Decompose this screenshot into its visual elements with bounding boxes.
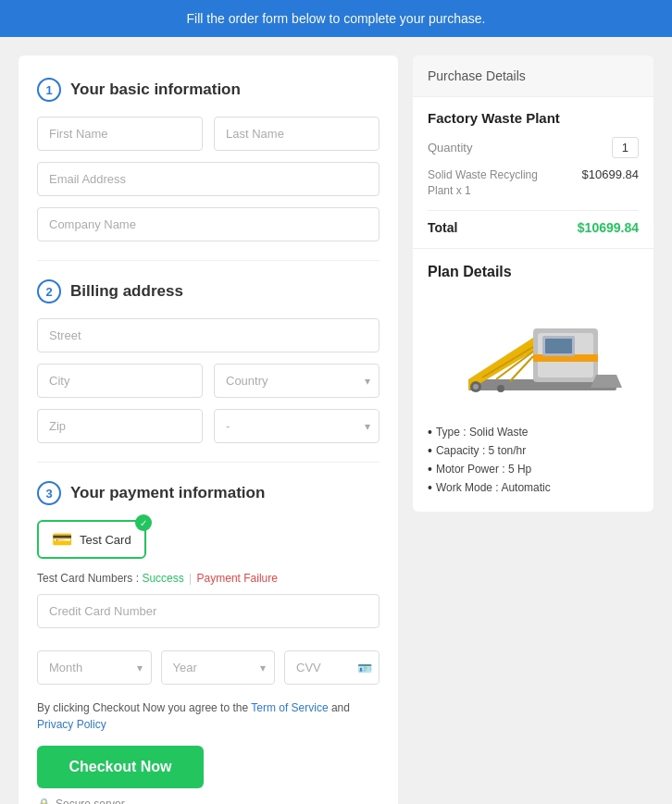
- section3-title: Your payment information: [70, 484, 265, 502]
- zip-state-row: -: [37, 409, 380, 443]
- privacy-link[interactable]: Privacy Policy: [37, 718, 106, 731]
- spec-text: Type : Solid Waste: [436, 426, 529, 439]
- last-name-input[interactable]: [214, 117, 380, 151]
- price-row: Solid Waste Recycling Plant x 1 $10699.8…: [428, 167, 639, 211]
- spec-text: Work Mode : Automatic: [436, 481, 551, 494]
- secure-label: Secure server: [56, 798, 125, 804]
- purchase-details-body: Factory Waste Plant Quantity 1 Solid Was…: [413, 97, 653, 248]
- success-link[interactable]: Success: [142, 572, 183, 585]
- payment-date-row: Month 010203 040506 070809 101112 Year 2…: [37, 650, 380, 685]
- section1-heading: 1 Your basic information: [37, 78, 380, 102]
- ccn-row: [37, 594, 380, 639]
- company-input[interactable]: [37, 207, 380, 241]
- checkout-button[interactable]: Checkout Now: [37, 746, 204, 788]
- total-row: Total $10699.84: [428, 220, 639, 235]
- country-select-wrapper: Country United States United Kingdom Can…: [214, 364, 380, 398]
- city-input[interactable]: [37, 364, 203, 398]
- machine-image: [428, 291, 639, 412]
- top-banner: Fill the order form below to complete yo…: [0, 0, 672, 37]
- spec-item-3: •Work Mode : Automatic: [428, 478, 639, 497]
- plan-details-section: Plan Details: [413, 248, 653, 512]
- total-amount: $10699.84: [578, 220, 639, 235]
- email-field: [37, 162, 380, 196]
- lock-icon: 🔒: [37, 798, 51, 804]
- cvv-card-icon: 🪪: [357, 661, 372, 674]
- machine-svg: [428, 291, 639, 412]
- name-row: [37, 117, 380, 151]
- country-select[interactable]: Country United States United Kingdom Can…: [214, 364, 380, 398]
- spec-item-0: •Type : Solid Waste: [428, 423, 639, 441]
- ccn-input[interactable]: [37, 594, 380, 628]
- spec-bullet: •: [428, 443, 432, 458]
- right-panel: Purchase Details Factory Waste Plant Qua…: [413, 56, 653, 512]
- year-select-wrapper: Year 202420252026 202720282029: [161, 650, 276, 685]
- spec-text: Capacity : 5 ton/hr: [436, 444, 526, 457]
- section2-heading: 2 Billing address: [37, 279, 380, 303]
- spec-list: •Type : Solid Waste•Capacity : 5 ton/hr•…: [428, 423, 639, 497]
- month-select[interactable]: Month 010203 040506 070809 101112: [37, 650, 152, 685]
- failure-link[interactable]: Payment Failure: [197, 572, 278, 585]
- section3-heading: 3 Your payment information: [37, 481, 380, 505]
- city-country-row: Country United States United Kingdom Can…: [37, 364, 380, 398]
- street-field: [37, 318, 380, 353]
- spec-bullet: •: [428, 480, 432, 495]
- terms-text: By clicking Checkout Now you agree to th…: [37, 699, 380, 733]
- section-divider-1: [37, 260, 380, 261]
- month-select-wrapper: Month 010203 040506 070809 101112: [37, 650, 152, 685]
- svg-line-5: [482, 347, 533, 377]
- terms-link[interactable]: Term of Service: [251, 701, 328, 714]
- svg-rect-9: [545, 339, 572, 353]
- test-card-info: Test Card Numbers : Success | Payment Fa…: [37, 572, 380, 585]
- card-label-text: Test Card: [80, 533, 131, 547]
- zip-field: [37, 409, 203, 443]
- cvv-wrapper: 🪪: [284, 650, 380, 685]
- section1-number: 1: [37, 78, 61, 102]
- city-field: [37, 364, 203, 398]
- spec-text: Motor Power : 5 Hp: [436, 463, 531, 476]
- section2-number: 2: [37, 279, 61, 303]
- company-field: [37, 207, 380, 241]
- state-select-wrapper: -: [214, 409, 380, 443]
- terms-middle: and: [329, 701, 350, 714]
- year-select[interactable]: Year 202420252026 202720282029: [161, 650, 276, 685]
- spec-bullet: •: [428, 425, 432, 439]
- email-row: [37, 162, 380, 196]
- purchase-details-header: Purchase Details: [413, 56, 653, 97]
- section-divider-2: [37, 462, 380, 463]
- test-card-prefix: Test Card Numbers :: [37, 572, 139, 585]
- state-select[interactable]: -: [214, 409, 380, 443]
- card-check-icon: ✓: [135, 514, 152, 531]
- section3-number: 3: [37, 481, 61, 505]
- credit-card-icon: 💳: [52, 529, 72, 550]
- spec-item-1: •Capacity : 5 ton/hr: [428, 441, 639, 460]
- svg-point-11: [473, 384, 479, 390]
- spec-item-2: •Motor Power : 5 Hp: [428, 460, 639, 478]
- section2-title: Billing address: [70, 282, 183, 301]
- product-name: Factory Waste Plant: [428, 110, 639, 126]
- total-label: Total: [428, 220, 457, 235]
- quantity-value: 1: [612, 137, 639, 158]
- zip-input[interactable]: [37, 409, 203, 443]
- banner-text: Fill the order form below to complete yo…: [187, 11, 486, 26]
- ccn-field: [37, 594, 380, 639]
- email-input[interactable]: [37, 162, 380, 196]
- first-name-field: [37, 117, 203, 151]
- price-amount: $10699.84: [582, 167, 639, 181]
- svg-point-12: [497, 385, 504, 392]
- company-row: [37, 207, 380, 241]
- main-content: 1 Your basic information: [0, 37, 672, 804]
- spec-bullet: •: [428, 462, 432, 476]
- quantity-row: Quantity 1: [428, 137, 639, 158]
- quantity-label: Quantity: [428, 141, 472, 155]
- separator: |: [189, 572, 192, 585]
- section1-title: Your basic information: [70, 80, 241, 99]
- street-input[interactable]: [37, 318, 380, 353]
- secure-info: 🔒 Secure server: [37, 798, 380, 804]
- left-panel: 1 Your basic information: [19, 56, 398, 804]
- first-name-input[interactable]: [37, 117, 203, 151]
- street-row: [37, 318, 380, 353]
- terms-prefix: By clicking Checkout Now you agree to th…: [37, 701, 251, 714]
- last-name-field: [214, 117, 380, 151]
- card-option[interactable]: ✓ 💳 Test Card: [37, 520, 146, 559]
- plan-details-title: Plan Details: [428, 264, 639, 280]
